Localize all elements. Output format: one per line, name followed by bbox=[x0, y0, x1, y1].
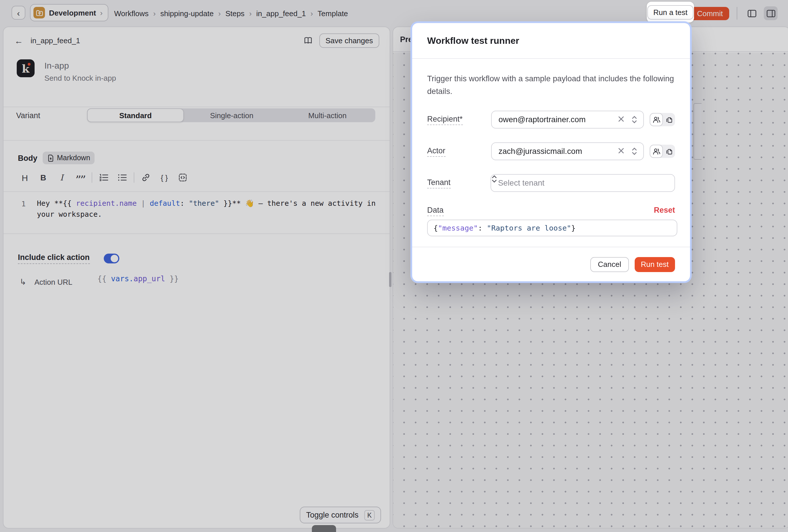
run-test-button[interactable]: Run test bbox=[634, 257, 675, 272]
clear-actor-icon[interactable] bbox=[618, 147, 624, 154]
combobox-chevrons-icon[interactable] bbox=[631, 147, 637, 156]
clear-recipient-icon[interactable] bbox=[618, 116, 624, 122]
data-json-input[interactable]: {"message": "Raptors are loose"} bbox=[427, 220, 677, 236]
tenant-label: Tenant bbox=[427, 174, 491, 192]
data-header: Data Reset bbox=[427, 206, 675, 214]
modal-description: Trigger this workflow with a sample payl… bbox=[427, 73, 681, 98]
app-window: ‹ Development › Workflows › shipping-upd… bbox=[0, 0, 788, 532]
actor-input[interactable]: zach@jurassicmail.com bbox=[491, 142, 644, 160]
run-a-test-button[interactable]: Run a test bbox=[648, 5, 693, 19]
copy-actor-icon[interactable] bbox=[663, 145, 675, 158]
combobox-chevrons-icon[interactable] bbox=[631, 115, 637, 124]
copy-recipient-icon[interactable] bbox=[663, 113, 675, 126]
actor-tools bbox=[650, 145, 675, 158]
tenant-select[interactable]: Select tenant bbox=[491, 174, 675, 192]
choose-user-icon[interactable] bbox=[650, 145, 663, 158]
actor-value: zach@jurassicmail.com bbox=[498, 147, 582, 156]
modal-footer: Cancel Run test bbox=[412, 247, 690, 281]
data-label: Data bbox=[427, 206, 444, 214]
recipient-tools bbox=[650, 113, 675, 126]
workflow-test-runner-modal: Workflow test runner Trigger this workfl… bbox=[412, 23, 690, 281]
modal-header: Workflow test runner bbox=[412, 23, 690, 59]
recipient-value: owen@raptortrainer.com bbox=[498, 115, 586, 124]
run-a-test-anchor: Run a test bbox=[647, 2, 694, 22]
choose-user-icon[interactable] bbox=[650, 113, 663, 126]
reset-link[interactable]: Reset bbox=[654, 206, 675, 214]
actor-row: Actor zach@jurassicmail.com bbox=[427, 142, 675, 160]
tenant-row: Tenant Select tenant bbox=[427, 174, 675, 192]
cancel-button[interactable]: Cancel bbox=[590, 257, 629, 272]
actor-label: Actor bbox=[427, 142, 491, 160]
modal-title: Workflow test runner bbox=[427, 36, 519, 46]
recipient-label: Recipient* bbox=[427, 111, 491, 129]
modal-body: Trigger this workflow with a sample payl… bbox=[412, 59, 690, 247]
recipient-row: Recipient* owen@raptortrainer.com bbox=[427, 111, 675, 129]
recipient-input[interactable]: owen@raptortrainer.com bbox=[491, 111, 644, 129]
tenant-placeholder: Select tenant bbox=[498, 179, 545, 187]
